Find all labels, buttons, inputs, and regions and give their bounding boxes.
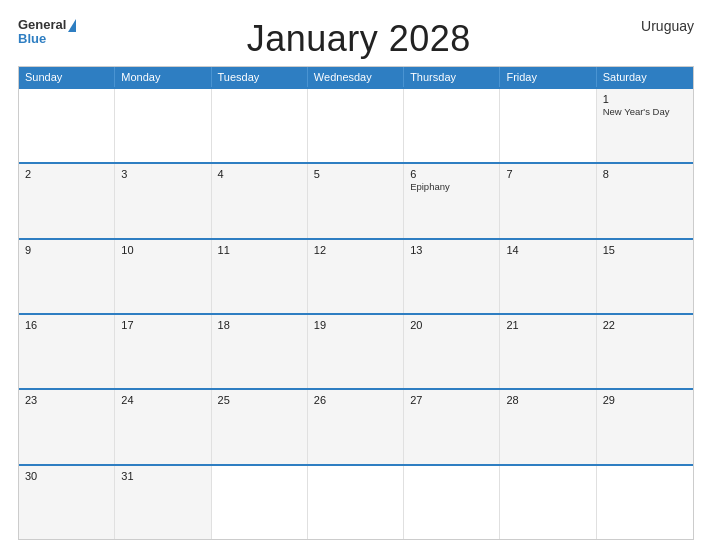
week-row: 3031 bbox=[19, 464, 693, 539]
day-number: 13 bbox=[410, 244, 493, 256]
day-cell bbox=[597, 466, 693, 539]
calendar-page: General Blue January 2028 Uruguay Sunday… bbox=[0, 0, 712, 550]
day-cell: 6Epiphany bbox=[404, 164, 500, 237]
day-cell: 29 bbox=[597, 390, 693, 463]
day-cell: 30 bbox=[19, 466, 115, 539]
weekday-cell: Friday bbox=[500, 67, 596, 87]
week-row: 23456Epiphany78 bbox=[19, 162, 693, 237]
day-cell: 24 bbox=[115, 390, 211, 463]
day-cell: 16 bbox=[19, 315, 115, 388]
weekday-cell: Saturday bbox=[597, 67, 693, 87]
day-number: 31 bbox=[121, 470, 204, 482]
title-area: January 2028 bbox=[76, 18, 641, 60]
day-cell: 25 bbox=[212, 390, 308, 463]
logo-triangle-icon bbox=[68, 19, 76, 32]
day-number: 15 bbox=[603, 244, 687, 256]
header: General Blue January 2028 Uruguay bbox=[18, 18, 694, 60]
day-event: Epiphany bbox=[410, 181, 493, 192]
country-label: Uruguay bbox=[641, 18, 694, 34]
day-cell bbox=[212, 466, 308, 539]
day-cell: 15 bbox=[597, 240, 693, 313]
calendar-title: January 2028 bbox=[247, 18, 471, 59]
day-number: 28 bbox=[506, 394, 589, 406]
weekday-cell: Tuesday bbox=[212, 67, 308, 87]
day-cell: 2 bbox=[19, 164, 115, 237]
day-cell: 23 bbox=[19, 390, 115, 463]
day-cell: 18 bbox=[212, 315, 308, 388]
day-number: 19 bbox=[314, 319, 397, 331]
weekday-cell: Thursday bbox=[404, 67, 500, 87]
day-cell: 17 bbox=[115, 315, 211, 388]
day-cell bbox=[212, 89, 308, 162]
day-number: 8 bbox=[603, 168, 687, 180]
day-cell: 27 bbox=[404, 390, 500, 463]
day-number: 2 bbox=[25, 168, 108, 180]
day-cell: 11 bbox=[212, 240, 308, 313]
day-cell bbox=[500, 89, 596, 162]
day-number: 11 bbox=[218, 244, 301, 256]
day-cell: 26 bbox=[308, 390, 404, 463]
day-cell bbox=[404, 89, 500, 162]
logo-general-text: General bbox=[18, 18, 66, 32]
day-number: 21 bbox=[506, 319, 589, 331]
day-cell: 19 bbox=[308, 315, 404, 388]
weekdays-row: SundayMondayTuesdayWednesdayThursdayFrid… bbox=[19, 67, 693, 87]
day-cell bbox=[308, 466, 404, 539]
weekday-cell: Monday bbox=[115, 67, 211, 87]
day-number: 22 bbox=[603, 319, 687, 331]
day-cell: 4 bbox=[212, 164, 308, 237]
day-cell: 20 bbox=[404, 315, 500, 388]
weekday-cell: Wednesday bbox=[308, 67, 404, 87]
day-number: 5 bbox=[314, 168, 397, 180]
logo-blue-text: Blue bbox=[18, 32, 76, 46]
week-row: 23242526272829 bbox=[19, 388, 693, 463]
day-number: 29 bbox=[603, 394, 687, 406]
day-number: 20 bbox=[410, 319, 493, 331]
day-cell: 5 bbox=[308, 164, 404, 237]
week-row: 1New Year's Day bbox=[19, 87, 693, 162]
day-number: 3 bbox=[121, 168, 204, 180]
day-number: 12 bbox=[314, 244, 397, 256]
weeks-container: 1New Year's Day23456Epiphany789101112131… bbox=[19, 87, 693, 539]
day-cell bbox=[404, 466, 500, 539]
day-number: 23 bbox=[25, 394, 108, 406]
day-cell: 1New Year's Day bbox=[597, 89, 693, 162]
week-row: 9101112131415 bbox=[19, 238, 693, 313]
week-row: 16171819202122 bbox=[19, 313, 693, 388]
day-number: 27 bbox=[410, 394, 493, 406]
day-number: 14 bbox=[506, 244, 589, 256]
day-cell bbox=[308, 89, 404, 162]
day-number: 24 bbox=[121, 394, 204, 406]
day-number: 18 bbox=[218, 319, 301, 331]
day-number: 7 bbox=[506, 168, 589, 180]
day-cell bbox=[19, 89, 115, 162]
day-cell: 8 bbox=[597, 164, 693, 237]
day-number: 25 bbox=[218, 394, 301, 406]
day-cell: 21 bbox=[500, 315, 596, 388]
day-cell: 13 bbox=[404, 240, 500, 313]
weekday-cell: Sunday bbox=[19, 67, 115, 87]
day-cell: 28 bbox=[500, 390, 596, 463]
calendar-grid: SundayMondayTuesdayWednesdayThursdayFrid… bbox=[18, 66, 694, 540]
day-number: 16 bbox=[25, 319, 108, 331]
day-cell: 22 bbox=[597, 315, 693, 388]
day-number: 4 bbox=[218, 168, 301, 180]
day-event: New Year's Day bbox=[603, 106, 687, 117]
day-number: 17 bbox=[121, 319, 204, 331]
day-number: 1 bbox=[603, 93, 687, 105]
day-cell: 9 bbox=[19, 240, 115, 313]
day-number: 26 bbox=[314, 394, 397, 406]
day-number: 9 bbox=[25, 244, 108, 256]
day-number: 30 bbox=[25, 470, 108, 482]
day-cell bbox=[115, 89, 211, 162]
day-number: 6 bbox=[410, 168, 493, 180]
logo: General Blue bbox=[18, 18, 76, 47]
day-cell: 3 bbox=[115, 164, 211, 237]
day-cell: 7 bbox=[500, 164, 596, 237]
day-number: 10 bbox=[121, 244, 204, 256]
day-cell: 31 bbox=[115, 466, 211, 539]
day-cell: 10 bbox=[115, 240, 211, 313]
day-cell: 12 bbox=[308, 240, 404, 313]
day-cell bbox=[500, 466, 596, 539]
day-cell: 14 bbox=[500, 240, 596, 313]
